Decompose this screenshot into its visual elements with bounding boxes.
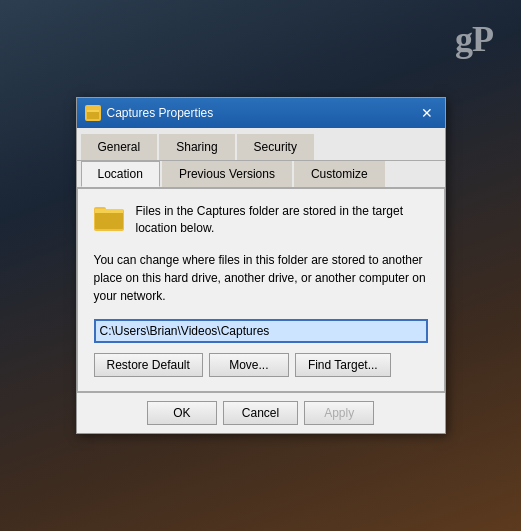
watermark: gP: [455, 18, 493, 60]
apply-button[interactable]: Apply: [304, 401, 374, 425]
tab-customize[interactable]: Customize: [294, 161, 385, 187]
dialog-window: Captures Properties ✕ General Sharing Se…: [76, 97, 446, 434]
close-button[interactable]: ✕: [417, 103, 437, 123]
ok-button[interactable]: OK: [147, 401, 217, 425]
info-section: Files in the Captures folder are stored …: [94, 203, 428, 237]
tabs-row1: General Sharing Security: [77, 128, 445, 161]
tab-previous-versions[interactable]: Previous Versions: [162, 161, 292, 187]
restore-default-button[interactable]: Restore Default: [94, 353, 203, 377]
path-input[interactable]: [94, 319, 428, 343]
title-bar-text: Captures Properties: [107, 106, 411, 120]
dialog-footer: OK Cancel Apply: [77, 392, 445, 433]
svg-rect-6: [95, 211, 123, 229]
folder-icon: [94, 203, 126, 231]
move-button[interactable]: Move...: [209, 353, 289, 377]
tab-security[interactable]: Security: [237, 134, 314, 160]
info-text: Files in the Captures folder are stored …: [136, 203, 428, 237]
content-area: Files in the Captures folder are stored …: [77, 188, 445, 392]
svg-rect-7: [95, 209, 123, 213]
tab-location[interactable]: Location: [81, 161, 160, 187]
tab-sharing[interactable]: Sharing: [159, 134, 234, 160]
svg-rect-2: [87, 111, 99, 119]
title-bar: Captures Properties ✕: [77, 98, 445, 128]
cancel-button[interactable]: Cancel: [223, 401, 298, 425]
action-buttons: Restore Default Move... Find Target...: [94, 353, 428, 377]
title-bar-icon: [85, 105, 101, 121]
description-text: You can change where files in this folde…: [94, 251, 428, 305]
find-target-button[interactable]: Find Target...: [295, 353, 391, 377]
tab-general[interactable]: General: [81, 134, 158, 160]
tabs-row2: Location Previous Versions Customize: [77, 161, 445, 188]
svg-rect-3: [87, 110, 99, 112]
